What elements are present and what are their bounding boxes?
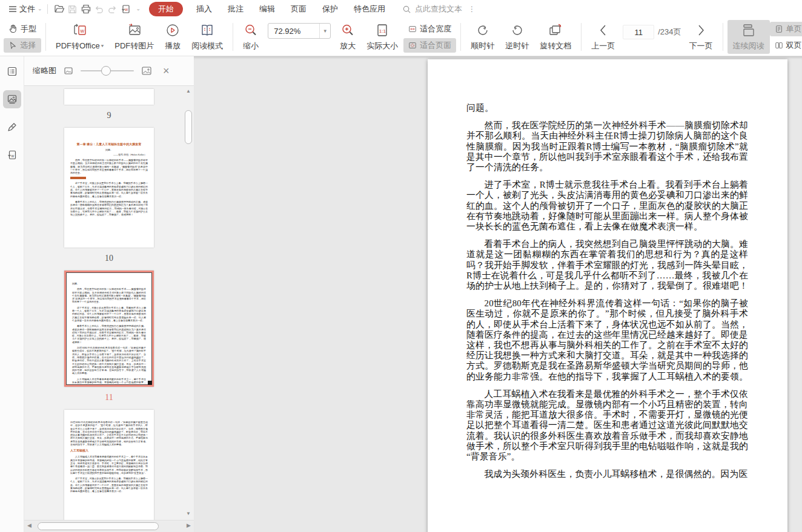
horizontal-scroll-thumb[interactable] [38,522,159,530]
menu-tabs: 插入 批注 编辑 页面 保护 特色应用 [196,4,385,15]
open-folder-icon[interactable] [53,2,66,16]
select-tool-button[interactable]: 选择 [4,38,41,53]
chevron-down-icon: ▾ [101,44,104,48]
pdf-to-image-button[interactable]: PDF转图片 [109,20,159,54]
more-options-icon[interactable]: ⋮ [468,6,474,13]
play-label: 播放 [165,41,181,51]
pointer-mode-group: 手型 选择 [4,22,41,53]
annotation-pen-icon[interactable] [3,118,21,136]
selection-corner-handle[interactable] [148,381,152,385]
thumbnail-size-slider[interactable] [81,70,134,71]
tab-page[interactable]: 页面 [291,4,307,15]
paragraph: 我成为头颈外科医生，负责小儿耳蜗移植术，是很偶然的。因为医 [466,469,748,479]
scroll-down-arrow-icon[interactable]: ▼ [186,511,191,516]
save-icon[interactable] [66,2,79,16]
search-icon [402,5,411,14]
divider [47,4,48,14]
print-icon[interactable] [79,2,93,16]
tab-annotate[interactable]: 批注 [228,4,244,15]
single-page-icon [775,25,783,33]
outline-panel-icon[interactable] [3,62,21,80]
tab-special-apps[interactable]: 特色应用 [354,4,385,15]
tab-protect[interactable]: 保护 [322,4,338,15]
thumbnail-panel-header: 缩略图 × [24,56,194,86]
next-page-label: 下一页 [689,41,713,51]
thumbnail-vertical-scrollbar[interactable]: ▲ ▼ [184,86,193,520]
pdf-to-image-icon [127,22,142,38]
hamburger-menu-icon[interactable] [6,2,19,16]
divider [460,23,461,51]
undo-icon[interactable] [93,2,106,16]
page-total-label: /234页 [658,27,681,38]
fit-page-button[interactable]: 适合页面 [403,38,456,53]
thumb10-body: 然而，我在医学院经历的第一次神经外科手术——脑膜瘤切除术却并不那么顺利。当天由神… [64,159,154,216]
actual-size-button[interactable]: 1:1 实际大小 [361,20,403,54]
pdf-page[interactable]: 问题。 然而，我在医学院经历的第一次神经外科手术——脑膜瘤切除术却并不那么顺利。… [428,59,787,532]
document-view[interactable]: 问题。 然而，我在医学院经历的第一次神经外科手术——脑膜瘤切除术却并不那么顺利。… [194,56,802,532]
thumb12-body: 20世纪80年代在神经外科界流传着这样一句话：“如果你的脑子被医生动过，你就不是… [64,421,154,446]
play-button[interactable]: 播放 [159,20,186,54]
next-page-button[interactable]: 下一页 [684,20,718,54]
thumbnails-panel-icon[interactable] [3,90,21,108]
thumbnail-page-9[interactable] [64,89,154,105]
scroll-left-arrow-icon[interactable]: ◀ [27,522,31,528]
fit-page-icon [408,41,417,50]
chevron-right-icon [696,22,706,38]
find-text-placeholder: 点此查找文本 [415,4,462,15]
wps-pdf-window: 文件 ⌄ w ⌄ 开始 插入 批注 编辑 页面 保护 [0,0,802,532]
slider-knob[interactable] [101,66,111,76]
double-page-label: 双页 [786,40,802,51]
vertical-scroll-thumb[interactable] [185,110,192,144]
zoom-level-combobox[interactable]: 72.92% ▾ [268,23,331,39]
page-text: 问题。 然而，我在医学院经历的第一次神经外科手术——脑膜瘤切除术却并不那么顺利。… [428,59,787,480]
scroll-right-arrow-icon[interactable]: ▶ [187,522,191,528]
hand-tool-button[interactable]: 手型 [4,22,41,36]
tab-edit[interactable]: 编辑 [259,4,275,15]
zoom-out-button[interactable]: 缩小 [237,20,264,54]
large-thumbnail-icon[interactable] [141,65,152,76]
thumb10-chapter-title: 第一章 缘分：儿童人工耳蜗医生眼中的大脑发育 [68,142,150,146]
page-number-input[interactable] [623,25,654,39]
chevron-down-icon[interactable]: ▾ [319,24,330,38]
rotate-counterclockwise-button[interactable]: 逆时针 [500,20,534,54]
thumb12-body-2: 人工耳蜗植入术在我看来是最优雅的外科手术之一，整个手术仅依靠高功率显微镜就能完成… [64,455,154,493]
thumbnail-page-11-selected[interactable]: 问题。 然而，我在医学院经历的第一次神经外科手术——脑膜瘤切除术却并不那么顺利。… [64,271,154,387]
double-page-button[interactable]: 双页 ▾ [770,38,802,53]
fit-width-icon [408,25,417,33]
redo-icon[interactable] [106,2,119,16]
svg-text:w: w [124,7,128,11]
hand-tool-label: 手型 [21,24,36,34]
rotate-clockwise-icon [476,22,490,38]
thumbnail-page-10[interactable]: 第一章 缘分：儿童人工耳蜗医生眼中的大脑发育 问题。 ——海伦·凯勒（Helen… [64,128,154,248]
rotate-counterclockwise-icon [510,22,525,38]
find-text-box[interactable]: 点此查找文本 [402,4,462,15]
fit-width-button[interactable]: 适合宽度 [403,22,456,36]
export-word-icon[interactable]: w [119,2,133,16]
tab-home-active[interactable]: 开始 [149,2,183,16]
tab-insert[interactable]: 插入 [196,4,212,15]
pdf-to-office-button[interactable]: w PDF转Office▾ [50,20,109,54]
file-menu[interactable]: 文件 ⌄ [19,4,42,15]
svg-text:w: w [79,28,84,34]
thumbnail-panel: 缩略图 × 9 第一章 缘 [24,56,194,532]
read-mode-label: 阅读模式 [191,41,223,51]
zoom-in-label: 放大 [340,41,356,51]
export-doc-icon[interactable]: w [3,146,21,164]
continuous-reading-button[interactable]: 连续阅读 [727,20,770,54]
scroll-up-arrow-icon[interactable]: ▲ [186,88,191,94]
actual-size-icon: 1:1 [376,22,389,38]
rotate-document-button[interactable]: 旋转文档 [534,20,577,54]
single-page-button[interactable]: 单页 [770,22,802,36]
read-mode-button[interactable]: 阅读模式 [186,20,228,54]
close-panel-icon[interactable]: × [163,65,170,77]
quickbar-dropdown-icon[interactable]: ⌄ [136,7,141,11]
rotate-clockwise-button[interactable]: 顺时针 [465,20,500,54]
previous-page-button[interactable]: 上一页 [586,20,620,54]
small-thumbnail-icon[interactable] [64,66,73,76]
thumbnail-horizontal-scrollbar[interactable]: ◀ ▶ [24,520,194,532]
thumb10-epigraph: 问题。 [64,148,154,152]
previous-page-label: 上一页 [591,41,615,51]
zoom-in-button[interactable]: 放大 [334,20,361,54]
thumbnail-page-12[interactable]: 20世纪80年代在神经外科界流传着这样一句话：“如果你的脑子被医生动过，你就不是… [64,410,154,520]
svg-text:1:1: 1:1 [379,28,386,34]
